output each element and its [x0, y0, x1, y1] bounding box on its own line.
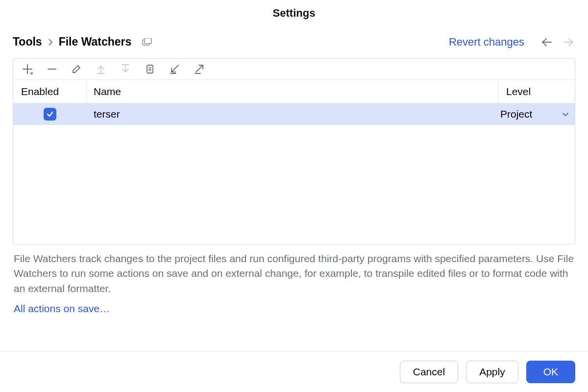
ok-button[interactable]: OK: [526, 361, 575, 383]
toolbar: [13, 59, 575, 80]
table-row[interactable]: terser Project: [13, 103, 575, 125]
nav-arrows: [540, 36, 575, 49]
breadcrumb-parent[interactable]: Tools: [13, 35, 42, 49]
settings-header: Tools File Watchers Revert changes: [0, 26, 588, 58]
move-up-button: [95, 63, 107, 75]
file-watchers-panel: Enabled Name Level terser Project: [13, 58, 575, 245]
all-actions-on-save-link[interactable]: All actions on save…: [13, 300, 575, 318]
level-value: Project: [500, 108, 532, 120]
breadcrumb: Tools File Watchers: [13, 35, 449, 49]
column-header-level[interactable]: Level: [498, 80, 575, 103]
table-header: Enabled Name Level: [13, 80, 575, 103]
edit-button[interactable]: [70, 63, 83, 75]
project-settings-icon: [142, 38, 152, 46]
main-content: Enabled Name Level terser Project File W…: [0, 58, 588, 351]
chevron-down-icon: [562, 112, 569, 117]
description-text: File Watchers track changes to the proje…: [13, 245, 575, 300]
move-down-button: [119, 63, 132, 75]
chevron-right-icon: [48, 38, 53, 46]
watcher-level-cell[interactable]: Project: [498, 108, 575, 120]
enabled-checkbox[interactable]: [44, 108, 56, 121]
watcher-name-cell: terser: [87, 108, 498, 120]
export-button[interactable]: [193, 63, 205, 75]
table-empty-area: [13, 125, 575, 244]
nav-forward-button: [563, 36, 575, 49]
enabled-cell: [13, 108, 87, 121]
remove-button[interactable]: [46, 63, 58, 75]
import-button[interactable]: [168, 63, 181, 75]
revert-changes-link[interactable]: Revert changes: [449, 36, 524, 49]
add-button[interactable]: [21, 63, 34, 75]
window-title: Settings: [273, 7, 316, 19]
title-bar: Settings: [0, 0, 588, 26]
svg-rect-1: [145, 38, 151, 44]
nav-back-button[interactable]: [540, 36, 553, 49]
dialog-footer: Cancel Apply OK: [0, 351, 588, 392]
breadcrumb-current: File Watchers: [59, 35, 132, 49]
column-header-name[interactable]: Name: [87, 80, 498, 103]
column-header-enabled[interactable]: Enabled: [13, 80, 87, 103]
apply-button[interactable]: Apply: [466, 361, 518, 383]
copy-button[interactable]: [144, 63, 156, 75]
cancel-button[interactable]: Cancel: [400, 361, 458, 383]
